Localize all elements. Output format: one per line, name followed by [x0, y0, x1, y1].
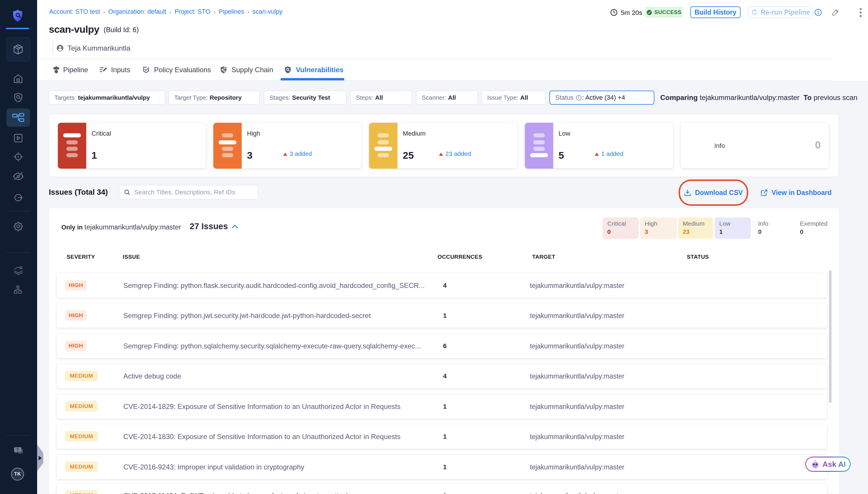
svg-text:?: ? — [16, 447, 19, 452]
